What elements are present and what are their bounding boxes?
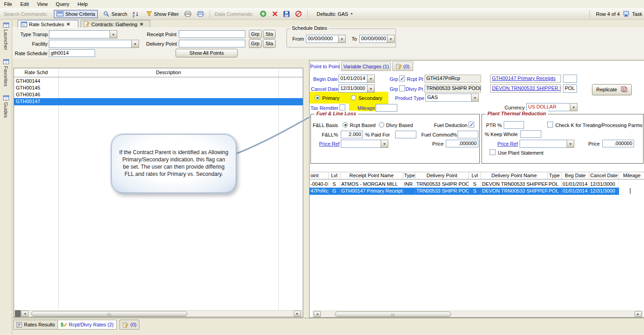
cell[interactable]: ATMOS - MORGAN MILL <box>340 181 403 188</box>
fll-pct-input[interactable]: 2.000 <box>341 131 363 138</box>
col-lvl2[interactable]: Lvl <box>469 172 481 179</box>
receipt-point-input[interactable] <box>179 30 245 38</box>
col-lvl[interactable]: Lvl <box>329 172 340 179</box>
task-label[interactable]: Task <box>632 11 642 17</box>
col-beg-date[interactable]: Beg Date <box>562 172 589 179</box>
cell[interactable] <box>403 188 415 195</box>
table-row[interactable]: GTH00144 <box>14 78 303 85</box>
table-row[interactable]: GTH00145 <box>14 85 303 91</box>
tab-rates-results[interactable]: Rates Results <box>13 320 58 330</box>
delivery-grp-button[interactable]: Grp <box>249 39 262 48</box>
cell[interactable]: -0040-01 <box>310 181 329 188</box>
scroll-right-arrow[interactable]: ► <box>634 311 642 317</box>
show-all-points-button[interactable]: Show All Points <box>176 49 238 57</box>
cell[interactable]: TRN00533 SHIPR POOL <box>415 188 469 195</box>
menu-file[interactable]: File <box>0 0 16 8</box>
primary-radio[interactable] <box>315 95 320 100</box>
delivery-point-input[interactable] <box>179 40 245 47</box>
rate-schedule-input[interactable]: gth0014 <box>49 49 95 57</box>
chevron-down-icon[interactable]: ▼ <box>381 140 388 148</box>
menu-edit[interactable]: Edit <box>16 0 33 8</box>
tab-contracts-gathering[interactable]: Contracts: Gathering ✕ <box>81 20 150 28</box>
scroll-left-arrow[interactable]: ◄ <box>21 311 29 316</box>
sort-button[interactable]: AZ <box>130 9 142 19</box>
type-transp-combo[interactable]: ▼ <box>49 30 117 38</box>
plant-price-ref-link[interactable]: Price Ref <box>497 141 518 146</box>
menu-query[interactable]: Query <box>52 0 73 8</box>
print-button[interactable] <box>181 9 194 18</box>
col-mileage[interactable]: Mileage <box>619 172 644 179</box>
col-type2[interactable]: Type <box>548 172 562 179</box>
chevron-down-icon[interactable]: ▼ <box>570 103 577 111</box>
column-divider[interactable] <box>278 70 279 309</box>
cell[interactable]: TRN00533 SHIPR POOL <box>415 181 469 188</box>
col-description[interactable]: Description <box>58 70 278 75</box>
fuel-price-input[interactable]: .000000 <box>446 140 478 147</box>
col-rate-schd[interactable]: Rate Schd <box>14 70 58 75</box>
dlvry-pt-input[interactable]: TRN00533 SHIPR POOL <box>425 85 481 93</box>
replicate-button[interactable]: Replicate <box>592 84 632 95</box>
fuel-deduction-checkbox[interactable] <box>468 122 474 127</box>
fuel-price-ref-link[interactable]: Price Ref <box>319 141 339 146</box>
from-date-combo[interactable]: 00/00/0000▼ <box>306 35 346 43</box>
fuel-commod-input[interactable] <box>458 131 478 138</box>
tab-variable-charges[interactable]: Variable Charges (1) <box>341 61 391 71</box>
cell[interactable]: POL <box>548 181 562 188</box>
search-button[interactable]: Search <box>100 9 130 19</box>
save-button[interactable] <box>281 9 292 19</box>
dlvry-based-radio[interactable] <box>379 122 384 127</box>
paid-for-input[interactable] <box>395 131 416 138</box>
currency-combo[interactable]: US DOLLAR▼ <box>526 103 577 111</box>
chevron-down-icon[interactable]: ▼ <box>110 30 117 38</box>
col-cancel-date[interactable]: Cancel Date <box>589 172 619 179</box>
dlvry-pt-type-box[interactable]: POL <box>563 85 577 93</box>
facility-combo[interactable]: ▼ <box>49 40 139 48</box>
tab-notes-bottom[interactable]: (0) <box>119 320 139 330</box>
delete-row-button[interactable] <box>269 9 281 18</box>
secondary-radio[interactable] <box>351 95 356 100</box>
keep-whole-input[interactable] <box>520 130 541 138</box>
menu-help[interactable]: Help <box>73 0 92 8</box>
sidebar-item-favorites[interactable]: Favorites <box>0 57 12 86</box>
cancel-date-combo[interactable]: 12/31/3000▼ <box>339 85 375 93</box>
rcpt-grp-checkbox[interactable] <box>399 75 405 81</box>
plant-price-ref-combo[interactable]: ▼ <box>520 140 574 148</box>
scroll-left-arrow[interactable]: ◄ <box>314 311 321 317</box>
cell[interactable]: INR <box>403 181 415 188</box>
table-row-selected[interactable]: GTH00147 <box>14 98 303 105</box>
cell[interactable]: G <box>329 188 340 195</box>
scrollbar-corner-box[interactable] <box>15 310 21 317</box>
to-date-combo[interactable]: 00/00/0000▼ <box>359 35 395 43</box>
chevron-down-icon[interactable]: ▼ <box>471 94 479 102</box>
column-divider[interactable] <box>58 70 59 309</box>
dlvry-pt-link[interactable]: DEVON TRN00533 SHIPPER P... <box>492 85 561 91</box>
show-criteria-button[interactable]: Show Criteria <box>54 10 98 18</box>
sidebar-item-guides[interactable]: Guides <box>0 93 12 118</box>
print-preview-button[interactable] <box>194 9 207 18</box>
use-plant-statement-checkbox[interactable] <box>490 149 496 155</box>
close-icon[interactable]: ✕ <box>66 22 71 27</box>
chevron-down-icon[interactable]: ▼ <box>567 140 574 148</box>
cell[interactable]: 01/01/2014 <box>562 188 589 195</box>
tab-notes[interactable]: (0) <box>392 61 413 71</box>
mileage-edit-cell[interactable] <box>619 188 644 195</box>
table-row[interactable]: -0040-01 S ATMOS - MORGAN MILL INR TRN00… <box>310 181 644 188</box>
scroll-right-arrow[interactable]: ► <box>294 311 301 316</box>
cell[interactable]: 01/01/2014 <box>562 181 589 188</box>
chevron-down-icon[interactable]: ▼ <box>131 40 139 48</box>
chevron-down-icon[interactable]: ▼ <box>338 35 346 43</box>
product-type-combo[interactable]: GAS▼ <box>425 94 479 102</box>
rcpt-based-radio[interactable] <box>343 122 348 127</box>
task-icon[interactable] <box>623 11 630 17</box>
cell[interactable]: GTH00147 Primary Receipts <box>340 188 403 195</box>
check-k-checkbox[interactable] <box>547 122 553 127</box>
cell[interactable]: S <box>469 181 481 188</box>
ptr-pct-input[interactable] <box>504 121 524 129</box>
tab-rate-schedules[interactable]: Rate Schedules ✕ <box>18 20 78 28</box>
close-icon[interactable]: ✕ <box>139 22 144 27</box>
col-delivery-point-name[interactable]: Delivery Point Name <box>481 172 548 179</box>
table-row[interactable]: GTH00146 <box>14 91 303 98</box>
col-type[interactable]: Type <box>403 172 415 179</box>
rcpt-pt-type-box[interactable] <box>563 75 577 83</box>
mileage-input[interactable] <box>376 104 397 112</box>
